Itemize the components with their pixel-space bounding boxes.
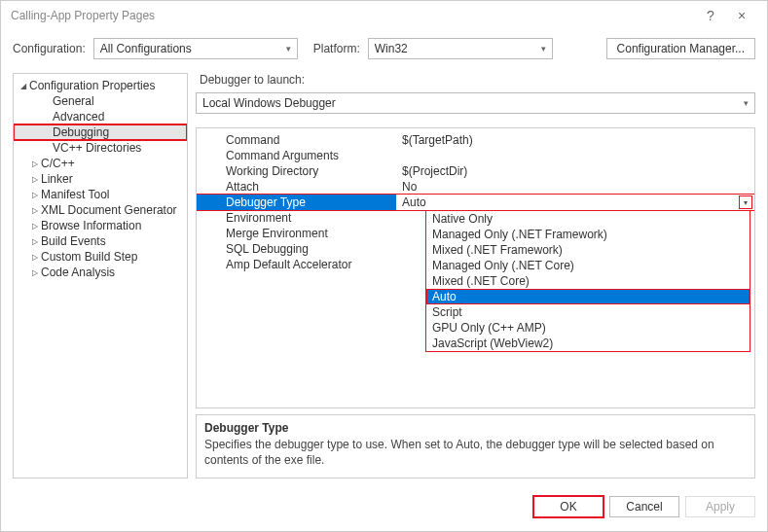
property-value[interactable] (396, 148, 754, 163)
configuration-label: Configuration: (13, 42, 86, 55)
tree-item-label: Linker (41, 172, 73, 186)
platform-value: Win32 (375, 42, 408, 55)
property-row[interactable]: AttachNo (197, 179, 754, 195)
property-value[interactable]: $(ProjectDir) (396, 163, 754, 179)
expander-closed-icon[interactable]: ▷ (29, 253, 41, 262)
tree-item[interactable]: ▷C/C++ (14, 156, 187, 171)
tree-item-label: Debugging (53, 125, 109, 139)
dropdown-item[interactable]: GPU Only (C++ AMP) (426, 320, 750, 336)
platform-combo[interactable]: Win32 ▾ (368, 38, 553, 59)
debugger-launch-label: Debugger to launch: (200, 73, 755, 87)
dropdown-item[interactable]: Mixed (.NET Framework) (426, 242, 750, 258)
description-panel: Debugger Type Specifies the debugger typ… (196, 414, 755, 479)
tree-item-label: Manifest Tool (41, 188, 109, 201)
property-grid[interactable]: Command$(TargetPath)Command ArgumentsWor… (196, 127, 755, 408)
property-key: Attach (197, 179, 396, 195)
property-key: Command (197, 132, 396, 148)
chevron-down-icon: ▾ (286, 44, 291, 53)
property-key: Environment (197, 210, 396, 226)
window-title: Calling-App Property Pages (11, 9, 695, 22)
titlebar: Calling-App Property Pages ? × (1, 1, 767, 30)
right-pane: Debugger to launch: Local Windows Debugg… (196, 73, 755, 479)
tree-item[interactable]: ▷Code Analysis (14, 265, 187, 280)
property-key: SQL Debugging (197, 241, 396, 257)
tree-item[interactable]: VC++ Directories (14, 140, 187, 156)
expander-closed-icon[interactable]: ▷ (29, 222, 41, 231)
expander-closed-icon[interactable]: ▷ (29, 175, 41, 184)
tree-item[interactable]: Debugging (14, 124, 187, 140)
dropdown-item[interactable]: JavaScript (WebView2) (426, 336, 750, 351)
property-row[interactable]: Debugger TypeAuto▾ (197, 195, 754, 210)
dropdown-item[interactable]: Mixed (.NET Core) (426, 273, 750, 289)
expander-closed-icon[interactable]: ▷ (29, 268, 41, 277)
expander-closed-icon[interactable]: ▷ (29, 206, 41, 215)
dropdown-item[interactable]: Managed Only (.NET Core) (426, 258, 750, 273)
expander-closed-icon[interactable]: ▷ (29, 160, 41, 168)
tree-item-label: VC++ Directories (53, 141, 141, 155)
tree-item[interactable]: Advanced (14, 109, 187, 124)
dropdown-item[interactable]: Script (426, 304, 750, 320)
platform-label: Platform: (313, 42, 360, 55)
tree-item[interactable]: ▷Manifest Tool (14, 187, 187, 202)
tree-item[interactable]: ▷Build Events (14, 233, 187, 249)
property-value-combo[interactable]: Auto▾ (402, 195, 754, 210)
chevron-down-icon: ▾ (744, 98, 749, 108)
help-icon[interactable]: ? (695, 8, 726, 23)
configuration-combo[interactable]: All Configurations ▾ (93, 38, 298, 59)
tree-item[interactable]: ▷Browse Information (14, 218, 187, 233)
apply-button[interactable]: Apply (685, 496, 755, 517)
tree-item-label: Build Events (41, 234, 106, 248)
expander-closed-icon[interactable]: ▷ (29, 237, 41, 246)
tree-item-label: XML Document Generator (41, 203, 177, 217)
property-value[interactable]: $(TargetPath) (396, 132, 754, 148)
tree-item-label: Advanced (53, 110, 104, 124)
property-value[interactable]: Auto▾ (396, 195, 754, 210)
tree-item[interactable]: ▷XML Document Generator (14, 202, 187, 218)
ok-button[interactable]: OK (533, 496, 603, 517)
property-value-text: Auto (402, 195, 426, 209)
tree-item-label: Custom Build Step (41, 250, 137, 264)
description-title: Debugger Type (204, 421, 747, 435)
property-row[interactable]: Working Directory$(ProjectDir) (197, 163, 754, 179)
tree-item-label: C/C++ (41, 157, 75, 170)
main-area: ◢ Configuration Properties GeneralAdvanc… (1, 73, 767, 486)
config-tree[interactable]: ◢ Configuration Properties GeneralAdvanc… (13, 73, 188, 479)
tree-root[interactable]: ◢ Configuration Properties (14, 78, 187, 93)
dropdown-item[interactable]: Auto (426, 289, 750, 304)
tree-item[interactable]: General (14, 93, 187, 109)
debugger-type-dropdown[interactable]: Native OnlyManaged Only (.NET Framework)… (425, 210, 750, 352)
chevron-down-icon[interactable]: ▾ (739, 195, 752, 209)
property-key: Merge Environment (197, 226, 396, 241)
tree-item[interactable]: ▷Linker (14, 171, 187, 187)
close-icon[interactable]: × (726, 8, 757, 23)
property-key: Debugger Type (197, 195, 396, 210)
tree-item-label: Code Analysis (41, 266, 115, 279)
dialog-footer: OK Cancel Apply (1, 486, 767, 531)
property-row[interactable]: Command Arguments (197, 148, 754, 163)
config-row: Configuration: All Configurations ▾ Plat… (1, 30, 767, 73)
debugger-launch-value: Local Windows Debugger (202, 96, 336, 110)
property-value[interactable]: No (396, 179, 754, 195)
dropdown-item[interactable]: Managed Only (.NET Framework) (426, 227, 750, 242)
chevron-down-icon: ▾ (541, 44, 546, 53)
configuration-manager-button[interactable]: Configuration Manager... (606, 38, 755, 59)
debugger-launch-combo[interactable]: Local Windows Debugger ▾ (196, 92, 755, 114)
expander-open-icon[interactable]: ◢ (18, 82, 29, 90)
property-key: Working Directory (197, 163, 396, 179)
tree-item-label: General (53, 94, 94, 108)
tree-item-label: Browse Information (41, 219, 141, 232)
tree-item[interactable]: ▷Custom Build Step (14, 249, 187, 265)
property-key: Command Arguments (197, 148, 396, 163)
configuration-value: All Configurations (100, 42, 192, 55)
property-key: Amp Default Accelerator (197, 257, 396, 272)
cancel-button[interactable]: Cancel (609, 496, 679, 517)
tree-root-label: Configuration Properties (29, 79, 155, 92)
description-text: Specifies the debugger type to use. When… (204, 437, 747, 468)
property-row[interactable]: Command$(TargetPath) (197, 132, 754, 148)
expander-closed-icon[interactable]: ▷ (29, 191, 41, 199)
dropdown-item[interactable]: Native Only (426, 211, 750, 227)
